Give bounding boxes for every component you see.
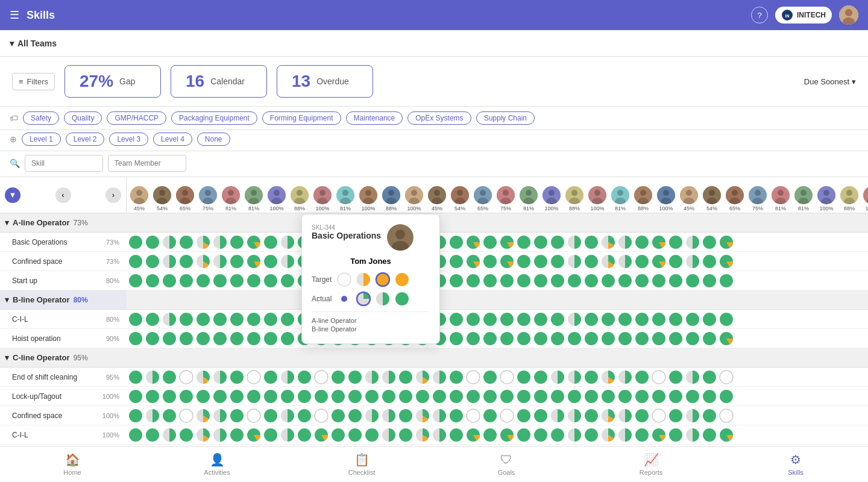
skill-pie-chart[interactable] (634, 311, 650, 327)
skill-pie-chart[interactable] (583, 273, 599, 289)
skill-pie-chart[interactable] (617, 273, 633, 289)
section-header-bline[interactable]: ▾ B-line Operator 80% (0, 290, 127, 310)
skill-pie-chart[interactable] (229, 311, 245, 327)
user-avatar[interactable] (839, 5, 858, 25)
nav-checklist[interactable]: 📋 Checklist (289, 446, 434, 482)
skill-pie-chart[interactable] (533, 254, 549, 269)
avatar-image[interactable] (451, 186, 469, 204)
avatar-image[interactable] (840, 186, 858, 204)
skill-pie-chart[interactable] (465, 331, 481, 346)
filter-tag-maintenance[interactable]: Maintenance (346, 111, 403, 125)
skill-pie-chart[interactable] (583, 331, 599, 346)
skill-pie-chart[interactable] (668, 234, 684, 250)
avatar-image[interactable] (222, 186, 240, 204)
skill-pie-chart[interactable] (533, 311, 549, 327)
skill-pie-chart[interactable] (195, 234, 211, 250)
skill-pie-chart[interactable] (229, 234, 245, 250)
skill-pie-chart[interactable] (533, 389, 549, 404)
level-tag-1[interactable]: Level 1 (22, 133, 61, 146)
skill-pie-chart[interactable] (516, 234, 532, 250)
avatar-image[interactable] (336, 186, 354, 204)
scroll-down-button[interactable]: ▼ (5, 187, 20, 203)
skill-pie-chart[interactable] (550, 427, 565, 443)
avatar-image[interactable] (863, 186, 868, 204)
nav-prev-button[interactable]: ‹ (55, 187, 71, 203)
skill-pie-chart[interactable] (212, 311, 228, 327)
skill-pie-chart[interactable] (297, 389, 312, 404)
skill-pie-chart[interactable] (313, 369, 329, 385)
skill-pie-chart[interactable] (719, 369, 734, 385)
skill-pie-chart[interactable] (162, 311, 177, 327)
skill-pie-chart[interactable] (178, 331, 194, 346)
skill-pie-chart[interactable] (229, 369, 245, 385)
skill-pie-chart[interactable] (567, 331, 582, 346)
skill-pie-chart[interactable] (263, 408, 278, 424)
skill-pie-chart[interactable] (651, 427, 667, 443)
skill-pie-chart[interactable] (702, 273, 717, 289)
skill-pie-chart[interactable] (178, 408, 194, 424)
skill-pie-chart[interactable] (668, 254, 684, 269)
skill-pie-chart[interactable] (499, 254, 515, 269)
company-switcher[interactable]: IN INITECH (775, 7, 832, 23)
avatar-image[interactable] (657, 186, 675, 204)
skill-pie-chart[interactable] (313, 427, 329, 443)
skill-pie-chart[interactable] (702, 427, 717, 443)
skill-pie-chart[interactable] (280, 311, 295, 327)
skill-pie-chart[interactable] (567, 311, 582, 327)
skill-pie-chart[interactable] (617, 234, 633, 250)
skill-pie-chart[interactable] (364, 369, 380, 385)
avatar-image[interactable] (680, 186, 698, 204)
skill-pie-chart[interactable] (448, 331, 464, 346)
skill-pie-chart[interactable] (229, 273, 245, 289)
skill-pie-chart[interactable] (178, 234, 194, 250)
skill-pie-chart[interactable] (516, 389, 532, 404)
skill-pie-chart[interactable] (719, 234, 734, 250)
skill-pie-chart[interactable] (550, 389, 565, 404)
skill-pie-chart[interactable] (668, 389, 684, 404)
skill-pie-chart[interactable] (702, 369, 717, 385)
level-tag-2[interactable]: Level 2 (66, 133, 105, 146)
help-button[interactable]: ? (751, 7, 768, 23)
skill-pie-chart[interactable] (567, 389, 582, 404)
skill-pie-chart[interactable] (347, 408, 363, 424)
skill-pie-chart[interactable] (448, 234, 464, 250)
skill-pie-chart[interactable] (448, 311, 464, 327)
skill-pie-chart[interactable] (195, 311, 211, 327)
skill-pie-chart[interactable] (128, 389, 143, 404)
skill-pie-chart[interactable] (263, 311, 278, 327)
skill-search-input[interactable] (25, 155, 103, 172)
skill-pie-chart[interactable] (482, 234, 498, 250)
avatar-image[interactable] (245, 186, 263, 204)
skill-pie-chart[interactable] (499, 331, 515, 346)
skill-pie-chart[interactable] (162, 427, 177, 443)
skill-pie-chart[interactable] (668, 331, 684, 346)
skill-pie-chart[interactable] (634, 234, 650, 250)
skill-pie-chart[interactable] (280, 408, 295, 424)
filter-tag-opex[interactable]: OpEx Systems (407, 111, 471, 125)
avatar-image[interactable] (313, 186, 332, 204)
skill-pie-chart[interactable] (212, 389, 228, 404)
level-tag-none[interactable]: None (197, 133, 230, 146)
nav-skills[interactable]: ⚙ Skills (723, 446, 868, 482)
skill-pie-chart[interactable] (280, 254, 295, 269)
skill-pie-chart[interactable] (162, 234, 177, 250)
skill-pie-chart[interactable] (668, 408, 684, 424)
skill-pie-chart[interactable] (482, 331, 498, 346)
skill-pie-chart[interactable] (719, 273, 734, 289)
skill-pie-chart[interactable] (567, 408, 582, 424)
skill-pie-chart[interactable] (398, 427, 414, 443)
skill-pie-chart[interactable] (195, 331, 211, 346)
skill-pie-chart[interactable] (330, 369, 346, 385)
avatar-image[interactable] (405, 186, 423, 204)
skill-pie-chart[interactable] (465, 254, 481, 269)
skill-pie-chart[interactable] (246, 427, 262, 443)
skill-pie-chart[interactable] (600, 311, 616, 327)
skill-pie-chart[interactable] (212, 234, 228, 250)
skill-pie-chart[interactable] (398, 408, 414, 424)
member-search-input[interactable] (108, 155, 186, 172)
skill-pie-chart[interactable] (651, 273, 667, 289)
skill-pie-chart[interactable] (482, 369, 498, 385)
filter-tag-supply[interactable]: Supply Chain (476, 111, 535, 125)
skill-pie-chart[interactable] (600, 331, 616, 346)
skill-pie-chart[interactable] (719, 389, 734, 404)
